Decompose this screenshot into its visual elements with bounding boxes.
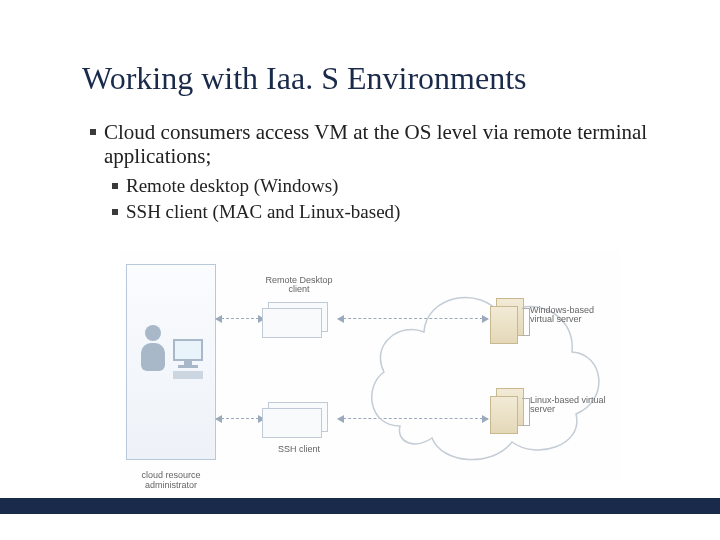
bullet-icon (112, 209, 118, 215)
ssh-client-label: SSH client (260, 445, 338, 454)
bullet-sub-1: Remote desktop (Windows) (112, 174, 650, 198)
bullet-main-text: Cloud consumers access VM at the OS leve… (104, 120, 647, 168)
linux-vs-label: Linux-based virtual server (530, 396, 620, 415)
person-icon (141, 325, 165, 371)
bullet-main: Cloud consumers access VM at the OS leve… (90, 120, 650, 168)
rdp-client-label: Remote Desktop client (260, 276, 338, 295)
bullet-sub-1-text: Remote desktop (Windows) (126, 175, 338, 196)
server-icon (490, 396, 518, 434)
bullet-icon (112, 183, 118, 189)
cloud-icon (360, 266, 612, 466)
bullet-sub-2: SSH client (MAC and Linux-based) (112, 200, 650, 224)
arrow-icon (216, 318, 264, 319)
bullet-icon (90, 129, 96, 135)
windows-vs-label: Windows-based virtual server (530, 306, 620, 325)
window-icon (262, 308, 322, 338)
bullet-sub-2-text: SSH client (MAC and Linux-based) (126, 201, 400, 222)
slide-body: Cloud consumers access VM at the OS leve… (90, 120, 650, 226)
ssh-client: SSH client (260, 398, 338, 440)
arrow-icon (216, 418, 264, 419)
footer-bar (0, 498, 720, 514)
rdp-client: Remote Desktop client (260, 298, 338, 340)
slide-title: Working with Iaa. S Environments (82, 60, 526, 97)
bracket-icon (522, 308, 530, 336)
linux-virtual-server: Linux-based virtual server (490, 388, 524, 434)
architecture-diagram: cloud resource administrator Remote Desk… (120, 250, 620, 480)
slide: Working with Iaa. S Environments Cloud c… (0, 0, 720, 540)
workstation-icon (171, 339, 205, 379)
admin-box: cloud resource administrator (126, 264, 216, 460)
bracket-icon (522, 398, 530, 426)
window-icon (262, 408, 322, 438)
server-icon (490, 306, 518, 344)
windows-virtual-server: Windows-based virtual server (490, 298, 524, 344)
admin-label: cloud resource administrator (127, 471, 215, 491)
